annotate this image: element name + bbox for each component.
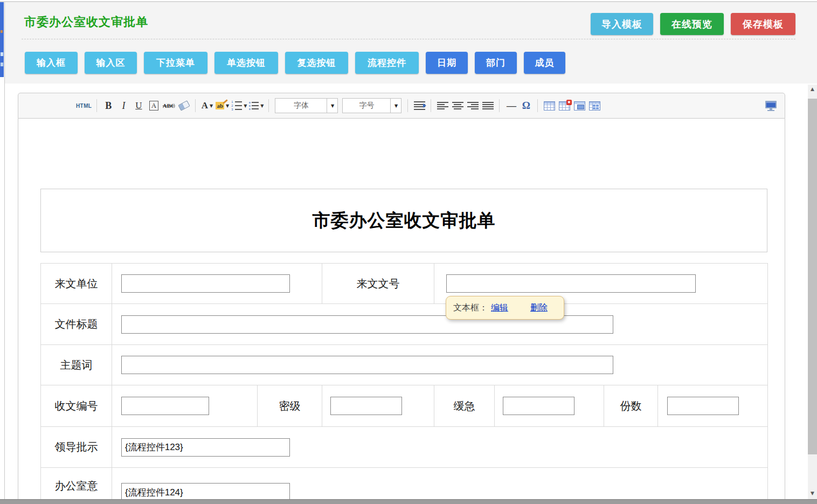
vertical-scrollbar[interactable]: ▲ ▼ xyxy=(808,85,817,499)
urgency-input[interactable] xyxy=(503,397,574,415)
edit-link[interactable]: 编辑 xyxy=(491,302,508,314)
remove-format-button[interactable] xyxy=(177,98,190,113)
align-left-button[interactable] xyxy=(436,98,449,113)
incoming-doc-no-label: 来文文号 xyxy=(322,264,434,304)
font-size-select[interactable]: 字号 ▼ xyxy=(342,98,401,113)
ordered-list-icon: 1 2 3 xyxy=(231,101,242,111)
add-member-button[interactable]: 成员 xyxy=(524,52,565,74)
delete-link[interactable]: 删除 xyxy=(530,302,548,314)
receipt-no-label: 收文编号 xyxy=(41,385,112,427)
align-left-icon xyxy=(437,102,448,109)
cell-properties-button[interactable] xyxy=(588,98,601,113)
subject-words-input[interactable] xyxy=(121,356,613,374)
scroll-down-arrow-icon[interactable]: ▼ xyxy=(808,491,817,496)
online-preview-button[interactable]: 在线预览 xyxy=(660,13,724,35)
table-row: 领导批示 xyxy=(41,427,768,468)
ordered-list-button[interactable]: 1 2 3 ▼ xyxy=(231,98,247,113)
header-actions: 导入模板 在线预览 保存模板 xyxy=(591,13,795,35)
receipt-no-input[interactable] xyxy=(121,397,209,415)
copies-label: 份数 xyxy=(604,385,658,427)
add-input-box-button[interactable]: 输入框 xyxy=(25,52,78,74)
table-row: 文件标题 xyxy=(41,304,768,345)
leader-comments-input[interactable] xyxy=(121,438,290,457)
add-radio-button[interactable]: 单选按钮 xyxy=(214,52,278,74)
header-divider xyxy=(22,39,795,39)
table-properties-button[interactable] xyxy=(573,98,586,113)
header: 市委办公室收文审批单 导入模板 在线预览 保存模板 输入框 输入区 下拉菜单 单… xyxy=(5,2,817,84)
bold-button[interactable]: B xyxy=(102,98,115,113)
scrollbar-thumb[interactable] xyxy=(808,99,817,454)
table-properties-icon xyxy=(574,101,585,111)
doc-title-label: 文件标题 xyxy=(41,304,112,345)
add-dropdown-button[interactable]: 下拉菜单 xyxy=(144,52,207,74)
add-department-button[interactable]: 部门 xyxy=(475,52,517,74)
insert-table-icon xyxy=(544,101,555,111)
chevron-down-icon: ▼ xyxy=(260,103,264,108)
secrecy-level-label: 密级 xyxy=(258,385,322,427)
textbox-tooltip: 文本框： 编辑 删除 xyxy=(446,296,564,320)
table-row: 收文编号 密级 缓急 份数 xyxy=(41,385,768,427)
indent-icon xyxy=(414,101,425,110)
style-button[interactable]: A xyxy=(147,98,160,113)
copies-input[interactable] xyxy=(667,397,739,415)
document-title: 市委办公室收文审批单 xyxy=(313,209,496,233)
chevron-down-icon: ▼ xyxy=(244,103,247,108)
chevron-down-icon: ▼ xyxy=(226,103,229,108)
strikethrough-button[interactable]: ABC xyxy=(162,98,175,113)
add-date-button[interactable]: 日期 xyxy=(426,52,468,74)
delete-table-button[interactable]: ✖ xyxy=(558,98,571,113)
table-row: 办公室意 xyxy=(41,468,768,504)
urgency-label: 缓急 xyxy=(434,385,495,427)
html-source-button[interactable]: HTML xyxy=(76,98,92,113)
subject-words-label: 主题词 xyxy=(41,345,112,385)
background-window-edge xyxy=(0,2,4,499)
editor-toolbar: HTML B I U A ABC A▼ ab▼ 1 2 3 ▼ ▼ 字体 ▼ 字… xyxy=(18,93,785,119)
incoming-doc-no-input[interactable] xyxy=(446,274,696,293)
align-justify-icon xyxy=(482,102,494,109)
align-right-icon xyxy=(467,102,479,109)
align-center-icon xyxy=(452,102,463,109)
window-bottom-edge xyxy=(0,499,817,504)
font-color-button[interactable]: A▼ xyxy=(200,98,213,113)
chevron-down-icon: ▼ xyxy=(210,103,213,108)
incoming-unit-input[interactable] xyxy=(121,274,290,293)
horizontal-rule-button[interactable]: — xyxy=(504,98,517,113)
office-opinion-label: 办公室意 xyxy=(41,468,112,504)
indent-button[interactable] xyxy=(413,98,426,113)
secrecy-level-input[interactable] xyxy=(330,397,402,415)
office-opinion-input[interactable] xyxy=(121,483,290,501)
table-row: 来文单位 来文文号 xyxy=(41,264,768,304)
align-right-button[interactable] xyxy=(466,98,479,113)
table-row: 主题词 xyxy=(41,345,768,385)
italic-button[interactable]: I xyxy=(117,98,130,113)
unordered-list-icon xyxy=(249,102,259,110)
add-textarea-button[interactable]: 输入区 xyxy=(85,52,137,74)
delete-table-icon: ✖ xyxy=(559,101,570,111)
highlight-color-button[interactable]: ab▼ xyxy=(216,98,229,113)
incoming-unit-label: 来文单位 xyxy=(41,264,112,304)
document-title-cell: 市委办公室收文审批单 xyxy=(40,189,767,252)
align-center-button[interactable] xyxy=(451,98,464,113)
chevron-down-icon: ▼ xyxy=(390,99,401,113)
page-title: 市委办公室收文审批单 xyxy=(24,14,148,30)
approval-form-table: 来文单位 来文文号 文件标题 主题词 收文编号 密级 缓急 份数 领导批示 办公… xyxy=(40,263,768,504)
save-template-button[interactable]: 保存模板 xyxy=(731,13,795,35)
underline-button[interactable]: U xyxy=(132,98,145,113)
scroll-up-arrow-icon[interactable]: ▲ xyxy=(808,86,817,92)
maximize-icon xyxy=(765,101,777,111)
maximize-button[interactable] xyxy=(764,98,777,113)
special-character-button[interactable]: Ω xyxy=(520,98,532,113)
unordered-list-button[interactable]: ▼ xyxy=(249,98,264,113)
leader-comments-label: 领导批示 xyxy=(41,427,112,468)
add-flow-control-button[interactable]: 流程控件 xyxy=(355,52,419,74)
eraser-icon xyxy=(178,100,190,111)
cell-properties-icon xyxy=(589,101,600,111)
tooltip-label: 文本框： xyxy=(453,302,488,314)
add-checkbox-button[interactable]: 复选按钮 xyxy=(285,52,348,74)
widget-button-row: 输入框 输入区 下拉菜单 单选按钮 复选按钮 流程控件 日期 部门 成员 xyxy=(25,52,565,74)
import-template-button[interactable]: 导入模板 xyxy=(591,13,653,35)
insert-table-button[interactable] xyxy=(543,98,556,113)
chevron-down-icon: ▼ xyxy=(327,99,337,113)
font-family-select[interactable]: 字体 ▼ xyxy=(275,98,338,113)
align-justify-button[interactable] xyxy=(481,98,494,113)
